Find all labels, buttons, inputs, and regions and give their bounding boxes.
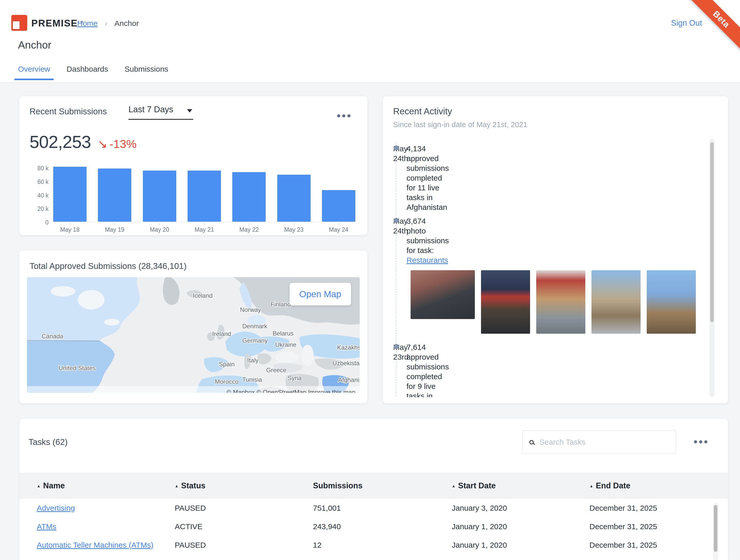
recent-submissions-title: Recent Submissions	[29, 107, 107, 116]
tasks-menu-button[interactable]	[694, 440, 707, 443]
cell-status: ACTIVE	[175, 522, 313, 531]
cell-status: PAUSED	[175, 541, 313, 550]
cell-submissions: 243,940	[313, 522, 452, 531]
bar-may-18	[53, 167, 87, 222]
column-header-submissions: Submissions	[313, 481, 452, 490]
map-label-ireland: Ireland	[212, 331, 231, 337]
sort-arrow-icon: ▲	[175, 484, 179, 488]
chevron-down-icon	[187, 109, 192, 112]
top-header: PREMISETM Home › Anchor Sign Out Anchor …	[0, 0, 740, 83]
photo-thumbnail-storefront-with-menu[interactable]	[536, 270, 585, 334]
tab-bar: OverviewDashboardsSubmissions	[18, 65, 168, 80]
column-header-label: Submissions	[313, 481, 363, 490]
search-icon	[529, 440, 534, 444]
map-label-uzbekistan: Uzbekistan	[333, 360, 360, 367]
timeline-description: 7,614 approved submissions completed for…	[406, 343, 445, 397]
tasks-search-input[interactable]	[539, 438, 668, 447]
tasks-scrollbar-track[interactable]	[713, 502, 718, 560]
world-map[interactable]: CanadaUnited StatesIcelandNorwayFinlandD…	[27, 277, 360, 393]
map-label-canada: Canada	[41, 333, 64, 340]
x-axis-tick-label: May 18	[53, 223, 87, 233]
recent-submissions-card: Recent Submissions Last 7 Days 502,253 ↘…	[19, 96, 367, 235]
map-label-tunisia: Tunisia	[242, 376, 262, 383]
photo-thumbnail-taverna-signs-sky[interactable]	[647, 270, 696, 334]
column-header-label: Start Date	[458, 481, 496, 490]
map-label-belarus: Belarus	[273, 330, 293, 337]
map-label-spain: Spain	[219, 361, 235, 368]
breadcrumb-home-link[interactable]: Home	[77, 19, 98, 28]
table-row: AdvertisingPAUSED751,001January 3, 2020D…	[19, 499, 728, 518]
y-axis-tick-label: 0	[29, 219, 49, 226]
cell-status: PAUSED	[175, 504, 313, 512]
map-label-iceland: Iceland	[193, 292, 212, 299]
table-row: ATMsACTIVE243,940January 1, 2020December…	[19, 518, 728, 536]
recent-activity-card: Recent Activity Since last sign-in date …	[383, 96, 728, 403]
bar-may-22	[232, 172, 266, 222]
sort-arrow-icon: ▲	[37, 484, 40, 488]
task-name-link[interactable]: Automatic Teller Machines (ATMs)	[37, 541, 154, 549]
column-header-name[interactable]: ▲Name	[37, 481, 175, 490]
cell-start-date: January 1, 2020	[452, 541, 589, 550]
photo-thumbnail-fish-restaurant-awning[interactable]	[410, 270, 475, 319]
open-map-button[interactable]: Open Map	[290, 283, 351, 305]
cell-name: Advertising	[37, 504, 175, 512]
map-label-italy: Italy	[247, 357, 259, 364]
x-axis-tick-label: May 20	[143, 223, 176, 233]
timeline-dot-icon	[394, 146, 399, 151]
cell-start-date: January 1, 2020	[452, 522, 589, 531]
cell-end-date: December 31, 2025	[589, 504, 697, 512]
activity-scrollbar-thumb[interactable]	[710, 142, 714, 322]
breadcrumb-separator-icon: ›	[105, 19, 107, 27]
map-attribution[interactable]: © Mapbox © OpenStreetMap Improve this ma…	[226, 389, 355, 393]
task-name-link[interactable]: Advertising	[37, 504, 75, 512]
photo-thumbnail-pizza-loli-sign[interactable]	[481, 270, 530, 334]
date-range-dropdown[interactable]: Last 7 Days	[128, 105, 193, 120]
premise-logo-icon	[11, 15, 27, 31]
column-header-status[interactable]: ▲Status	[175, 481, 313, 490]
photo-thumbnail-street-cafe[interactable]	[591, 270, 641, 334]
map-label-denmark: Denmark	[242, 322, 268, 330]
recent-submissions-menu-button[interactable]	[337, 114, 351, 117]
map-label-greece: Greece	[266, 367, 286, 374]
activity-scrollbar-track[interactable]	[710, 139, 715, 397]
x-axis-tick-label: May 24	[322, 223, 355, 233]
submissions-total-value: 502,253	[29, 132, 91, 152]
bar-may-20	[143, 171, 176, 222]
y-axis-tick-label: 20 k	[29, 205, 49, 212]
tab-submissions[interactable]: Submissions	[125, 65, 168, 80]
task-link-restaurants[interactable]: Restaurants	[406, 256, 448, 264]
page-title: Anchor	[18, 39, 52, 51]
map-label-kazakhstan: Kazakhstan	[337, 344, 360, 351]
timeline-item: May 24th3,674 photo submissions for task…	[393, 216, 696, 265]
total-approved-title: Total Approved Submissions (28,346,101)	[29, 261, 187, 271]
map-label-afghanistan: Afghanistan	[338, 376, 360, 383]
bar-may-19	[98, 169, 131, 222]
map-label-norway: Norway	[240, 306, 261, 313]
breadcrumb: Home › Anchor	[77, 19, 139, 28]
column-header-start-date[interactable]: ▲Start Date	[452, 481, 589, 490]
map-label-germany: Germany	[242, 337, 268, 344]
timeline-item: May 24th4,134 approved submissions compl…	[393, 144, 696, 212]
y-axis-tick-label: 80 k	[29, 165, 49, 172]
timeline-item: May 23rd7,614 approved submissions compl…	[393, 343, 696, 397]
beta-ribbon-container: Beta	[680, 0, 740, 60]
timeline-dot-icon	[394, 218, 399, 223]
cell-end-date: December 31, 2025	[589, 541, 697, 550]
tasks-scrollbar-thumb[interactable]	[714, 505, 717, 552]
task-name-link[interactable]: ATMs	[37, 522, 56, 531]
timeline-description: 3,674 photo submissions for task: Restau…	[406, 216, 445, 265]
recent-activity-title: Recent Activity	[393, 106, 452, 116]
column-header-label: Status	[181, 481, 205, 490]
submissions-total-row: 502,253 ↘ -13%	[29, 132, 136, 152]
date-range-value: Last 7 Days	[128, 105, 173, 114]
total-approved-card: Total Approved Submissions (28,346,101)	[19, 251, 367, 403]
chart-plot-area	[53, 163, 355, 222]
cell-start-date: January 3, 2020	[452, 504, 589, 512]
column-header-end-date[interactable]: ▲End Date	[589, 481, 697, 490]
submissions-change-percent: -13%	[109, 137, 136, 151]
tab-overview[interactable]: Overview	[18, 65, 50, 80]
premise-wordmark: PREMISETM	[31, 18, 84, 29]
cell-name: Automatic Teller Machines (ATMs)	[37, 541, 175, 550]
tab-dashboards[interactable]: Dashboards	[67, 65, 108, 80]
activity-timeline: May 24th4,134 approved submissions compl…	[393, 139, 696, 397]
